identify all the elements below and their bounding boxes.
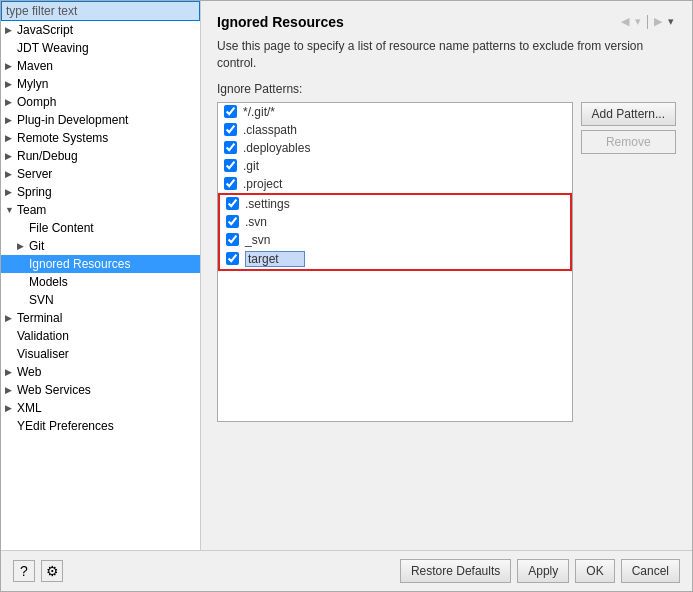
patterns-area: */.git/*.classpath.deployables.git.proje…	[217, 102, 676, 538]
pattern-checkbox-svn2[interactable]	[226, 233, 239, 246]
nav-dropdown-icon[interactable]: ▾	[666, 13, 676, 30]
tree-arrow-icon: ▶	[5, 403, 13, 413]
sidebar-item-svn[interactable]: SVN	[1, 291, 200, 309]
nav-back-icon[interactable]: ◀	[619, 13, 631, 30]
sidebar-item-models[interactable]: Models	[1, 273, 200, 291]
settings-icon-button[interactable]: ⚙	[41, 560, 63, 582]
sidebar-item-oomph[interactable]: ▶Oomph	[1, 93, 200, 111]
sidebar: ▶JavaScriptJDT Weaving▶Maven▶Mylyn▶Oomph…	[1, 1, 201, 550]
sidebar-item-git[interactable]: ▶Git	[1, 237, 200, 255]
nav-forward-icon[interactable]: ▶	[652, 13, 664, 30]
pattern-checkbox-project[interactable]	[224, 177, 237, 190]
pattern-text-git: .git	[243, 159, 259, 173]
help-icon-button[interactable]: ?	[13, 560, 35, 582]
cancel-button[interactable]: Cancel	[621, 559, 680, 583]
sidebar-item-label: Git	[29, 239, 44, 253]
pattern-item-classpath[interactable]: .classpath	[218, 121, 572, 139]
sidebar-item-label: Visualiser	[17, 347, 69, 361]
pattern-checkbox-git-dir[interactable]	[224, 105, 237, 118]
pattern-checkbox-target[interactable]	[226, 252, 239, 265]
sidebar-item-label: Web Services	[17, 383, 91, 397]
sidebar-item-label: Spring	[17, 185, 52, 199]
sidebar-item-jdt-weaving[interactable]: JDT Weaving	[1, 39, 200, 57]
gear-icon: ⚙	[46, 563, 59, 579]
sidebar-item-label: Models	[29, 275, 68, 289]
remove-button[interactable]: Remove	[581, 130, 676, 154]
restore-defaults-button[interactable]: Restore Defaults	[400, 559, 511, 583]
tree-arrow-icon: ▶	[5, 169, 13, 179]
panel-title: Ignored Resources	[217, 14, 619, 30]
pattern-checkbox-git[interactable]	[224, 159, 237, 172]
tree-arrow-icon: ▶	[5, 385, 13, 395]
sidebar-item-label: Maven	[17, 59, 53, 73]
sidebar-item-server[interactable]: ▶Server	[1, 165, 200, 183]
nav-divider	[647, 15, 648, 29]
sidebar-item-xml[interactable]: ▶XML	[1, 399, 200, 417]
sidebar-item-maven[interactable]: ▶Maven	[1, 57, 200, 75]
sidebar-item-label: Terminal	[17, 311, 62, 325]
tree-arrow-icon: ▶	[5, 61, 13, 71]
sidebar-item-yedit[interactable]: YEdit Preferences	[1, 417, 200, 435]
pattern-item-svn2[interactable]: _svn	[220, 231, 570, 249]
sidebar-item-label: Team	[17, 203, 46, 217]
sidebar-item-validation[interactable]: Validation	[1, 327, 200, 345]
sidebar-item-file-content[interactable]: File Content	[1, 219, 200, 237]
sidebar-item-terminal[interactable]: ▶Terminal	[1, 309, 200, 327]
pattern-text-project: .project	[243, 177, 282, 191]
pattern-text-classpath: .classpath	[243, 123, 297, 137]
sidebar-item-ignored-resources[interactable]: Ignored Resources	[1, 255, 200, 273]
pattern-item-settings[interactable]: .settings	[220, 195, 570, 213]
panel-description: Use this page to specify a list of resou…	[217, 38, 676, 72]
sidebar-item-team[interactable]: ▼Team	[1, 201, 200, 219]
sidebar-item-label: Oomph	[17, 95, 56, 109]
pattern-item-git[interactable]: .git	[218, 157, 572, 175]
patterns-label: Ignore Patterns:	[217, 82, 676, 96]
add-pattern-button[interactable]: Add Pattern...	[581, 102, 676, 126]
tree-arrow-icon: ▶	[5, 133, 13, 143]
sidebar-item-visualiser[interactable]: Visualiser	[1, 345, 200, 363]
sidebar-item-javascript[interactable]: ▶JavaScript	[1, 21, 200, 39]
pattern-text-git-dir: */.git/*	[243, 105, 275, 119]
dialog-footer: ? ⚙ Restore Defaults Apply OK Cancel	[1, 550, 692, 591]
pattern-text-settings: .settings	[245, 197, 290, 211]
sidebar-item-mylyn[interactable]: ▶Mylyn	[1, 75, 200, 93]
sidebar-item-label: File Content	[29, 221, 94, 235]
dialog-body: ▶JavaScriptJDT Weaving▶Maven▶Mylyn▶Oomph…	[1, 1, 692, 550]
sidebar-item-label: Run/Debug	[17, 149, 78, 163]
panel-header: Ignored Resources ◀ ▾ ▶ ▾	[217, 13, 676, 30]
tree-arrow-icon: ▶	[5, 151, 13, 161]
pattern-checkbox-settings[interactable]	[226, 197, 239, 210]
pattern-item-git-dir[interactable]: */.git/*	[218, 103, 572, 121]
sidebar-item-label: Web	[17, 365, 41, 379]
pattern-checkbox-deployables[interactable]	[224, 141, 237, 154]
filter-input[interactable]	[1, 1, 200, 21]
pattern-checkbox-svn[interactable]	[226, 215, 239, 228]
sidebar-item-web-services[interactable]: ▶Web Services	[1, 381, 200, 399]
tree-arrow-icon: ▶	[5, 187, 13, 197]
sidebar-item-web[interactable]: ▶Web	[1, 363, 200, 381]
sidebar-item-plugin-dev[interactable]: ▶Plug-in Development	[1, 111, 200, 129]
tree-arrow-icon: ▶	[5, 115, 13, 125]
sidebar-item-spring[interactable]: ▶Spring	[1, 183, 200, 201]
ok-button[interactable]: OK	[575, 559, 614, 583]
patterns-list: */.git/*.classpath.deployables.git.proje…	[217, 102, 573, 422]
sidebar-item-label: XML	[17, 401, 42, 415]
pattern-item-deployables[interactable]: .deployables	[218, 139, 572, 157]
pattern-item-target[interactable]: target	[220, 249, 570, 269]
footer-left: ? ⚙	[13, 560, 63, 582]
sidebar-item-label: Plug-in Development	[17, 113, 128, 127]
sidebar-item-remote-systems[interactable]: ▶Remote Systems	[1, 129, 200, 147]
nav-back2-icon[interactable]: ▾	[633, 13, 643, 30]
apply-button[interactable]: Apply	[517, 559, 569, 583]
pattern-text-svn2: _svn	[245, 233, 270, 247]
sidebar-item-label: Mylyn	[17, 77, 48, 91]
tree-arrow-icon: ▼	[5, 205, 13, 215]
tree-arrow-icon: ▶	[17, 241, 25, 251]
sidebar-item-label: Validation	[17, 329, 69, 343]
pattern-item-project[interactable]: .project	[218, 175, 572, 193]
nav-arrows: ◀ ▾ ▶ ▾	[619, 13, 676, 30]
sidebar-item-label: JavaScript	[17, 23, 73, 37]
pattern-checkbox-classpath[interactable]	[224, 123, 237, 136]
pattern-item-svn[interactable]: .svn	[220, 213, 570, 231]
sidebar-item-run-debug[interactable]: ▶Run/Debug	[1, 147, 200, 165]
